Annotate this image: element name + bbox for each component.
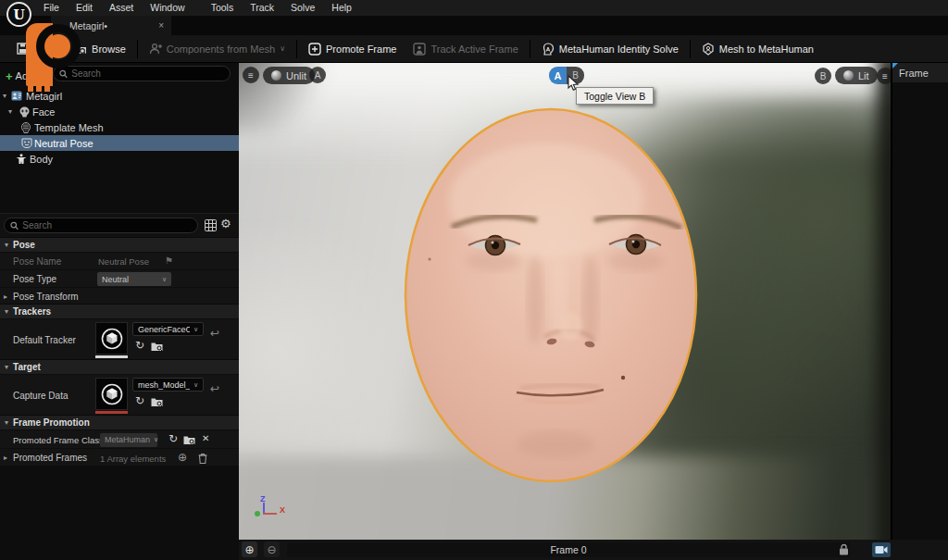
use-selected-icon[interactable]: ↻ (168, 432, 178, 445)
browse-to-asset-icon[interactable] (151, 342, 163, 352)
expand-arrow-icon[interactable]: ▾ (3, 92, 6, 100)
toggle-a-label: A (555, 70, 562, 81)
components-from-mesh-button[interactable]: Components from Mesh ∨ (141, 35, 293, 63)
tree-label: Metagirl (26, 91, 62, 102)
tab-close-icon[interactable]: × (158, 20, 164, 31)
menu-window[interactable]: Window (142, 0, 193, 16)
tree-item-template-mesh[interactable]: Template Mesh (0, 119, 239, 135)
add-button[interactable]: + Add (0, 69, 39, 83)
asset-cube-icon (101, 383, 123, 405)
ab-viewport[interactable]: ≡ Unlit A A B Toggle View B B Lit ≡ Z X (239, 63, 891, 540)
menu-file[interactable]: File (35, 0, 68, 16)
tree-item-neutral-pose[interactable]: Neutral Pose (0, 135, 239, 151)
browse-to-asset-icon[interactable] (151, 397, 163, 407)
section-pose[interactable]: ▾ Pose (0, 237, 239, 252)
camera-view-b-button[interactable]: B (815, 68, 831, 84)
tree-label: Face (32, 106, 55, 118)
row-pose-transform[interactable]: ▸ Pose Transform (0, 287, 239, 304)
timeline-track[interactable]: Frame 0 (287, 542, 850, 557)
browse-button[interactable]: Browse (65, 35, 134, 63)
menu-tools[interactable]: Tools (203, 0, 243, 16)
tab-metagirl[interactable]: Metagirl• × (51, 16, 171, 35)
menu-bar: File Edit Asset Window Tools Track Solve… (0, 0, 948, 16)
section-title: Pose (13, 240, 35, 250)
toggle-view-a-button[interactable]: A (549, 67, 567, 84)
save-button[interactable]: Save (0, 35, 65, 63)
viewmode-sphere-icon (843, 70, 854, 81)
identity-solve-head-icon (542, 43, 555, 56)
add-element-icon[interactable]: ⊕ (178, 451, 187, 464)
details-search-input[interactable] (22, 220, 192, 230)
frame-panel: Frame (891, 63, 948, 560)
lit-label: Lit (858, 70, 869, 81)
identity-solve-button[interactable]: MetaHuman Identity Solve (533, 35, 687, 63)
tooltip-text: Toggle View B (584, 91, 645, 102)
expand-arrow-icon[interactable]: ▸ (4, 454, 7, 462)
frame-tab-label: Frame (899, 68, 929, 79)
section-trackers[interactable]: ▾ Trackers (0, 304, 239, 318)
promoted-frame-class-label: Promoted Frame Class (13, 434, 104, 444)
menu-edit[interactable]: Edit (68, 0, 101, 16)
use-selected-icon[interactable]: ↻ (135, 339, 144, 352)
promote-frame-button[interactable]: Promote Frame (300, 35, 405, 63)
clear-icon[interactable]: ✕ (202, 433, 209, 443)
tree-item-face[interactable]: ▾ Face (0, 104, 239, 119)
viewport-options-icon[interactable]: ≡ (243, 67, 259, 83)
main-toolbar: Save Browse Components from Mesh ∨ Promo… (0, 35, 948, 63)
save-floppy-icon (17, 43, 29, 55)
mesh-to-metahuman-button[interactable]: Mesh to MetaHuman (693, 35, 822, 63)
view-mode-unlit-button[interactable]: Unlit (263, 67, 315, 84)
menu-help[interactable]: Help (323, 0, 360, 16)
track-active-frame-button[interactable]: Track Active Frame (405, 35, 526, 63)
gear-icon[interactable]: ⚙ (220, 217, 231, 230)
toolbar-separator (530, 40, 530, 58)
tab-frame[interactable]: Frame (892, 63, 948, 82)
outliner-search-input[interactable] (71, 68, 224, 79)
capture-data-dropdown[interactable]: mesh_Model_5_ ∨ (132, 378, 204, 392)
pose-type-dropdown[interactable]: Neutral ∨ (97, 272, 171, 286)
chevron-down-icon: ∨ (154, 436, 158, 443)
identity-asset-icon (11, 91, 22, 101)
trash-icon[interactable] (198, 453, 207, 464)
viewmode-sphere-icon (271, 70, 281, 81)
capture-asset-color-bar (95, 411, 128, 414)
menu-asset[interactable]: Asset (101, 0, 142, 16)
reset-to-default-icon[interactable]: ↩ (210, 382, 219, 395)
view-b-label: B (820, 71, 827, 81)
tree-item-metagirl[interactable]: ▾ Metagirl (0, 88, 239, 104)
browse-to-asset-icon[interactable] (183, 435, 195, 445)
outliner-search[interactable] (53, 66, 231, 81)
row-default-tracker: Default Tracker GenericFaceCor ∨ ↻ ↩ (0, 318, 239, 359)
section-frame-promotion[interactable]: ▾ Frame Promotion (0, 415, 239, 429)
default-tracker-dropdown[interactable]: GenericFaceCor ∨ (132, 322, 204, 336)
promoted-frame-class-value: MetaHuman (105, 435, 150, 444)
neutral-pose-icon (21, 138, 32, 148)
default-tracker-thumbnail[interactable] (95, 322, 128, 355)
timeline-add-key-button[interactable]: ⊕ (242, 541, 257, 557)
promoted-frame-class-dropdown[interactable]: MetaHuman ∨ (100, 433, 157, 447)
menu-track[interactable]: Track (242, 0, 282, 16)
details-search[interactable] (4, 218, 198, 233)
use-selected-icon[interactable]: ↻ (135, 394, 144, 407)
camera-cut-icon[interactable] (872, 542, 891, 557)
expand-arrow-icon[interactable]: ▸ (4, 292, 7, 300)
lock-icon[interactable] (839, 543, 849, 555)
chevron-down-icon: ∨ (280, 44, 285, 53)
section-target[interactable]: ▾ Target (0, 359, 239, 374)
menu-solve[interactable]: Solve (282, 0, 323, 16)
capture-data-thumbnail[interactable] (95, 378, 128, 410)
components-person-icon (149, 43, 162, 55)
tree-item-body[interactable]: Body (0, 151, 239, 167)
reset-to-default-icon[interactable]: ↩ (210, 327, 219, 340)
view-mode-lit-button[interactable]: Lit (835, 67, 878, 84)
section-title: Frame Promotion (13, 417, 90, 428)
face-mesh[interactable] (398, 104, 704, 488)
expand-arrow-icon[interactable]: ▾ (8, 107, 12, 116)
left-panel: + Add ▾ Metagirl ▾ Face Template Mesh (0, 63, 239, 560)
timeline-remove-key-button[interactable]: ⊖ (264, 541, 280, 557)
tree-label: Neutral Pose (34, 138, 94, 149)
camera-view-a-button[interactable]: A (309, 67, 326, 83)
display-filter-grid-icon[interactable] (205, 219, 217, 231)
viewport-settings-icon[interactable]: ≡ (877, 68, 891, 84)
chevron-down-icon: ∨ (193, 326, 198, 333)
